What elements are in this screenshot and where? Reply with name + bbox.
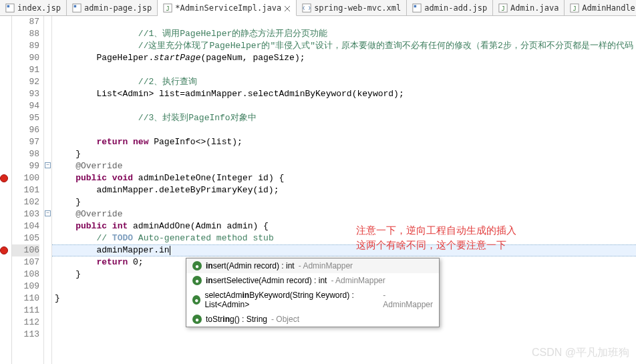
java-class-icon: J xyxy=(163,3,172,13)
line-number: 87 xyxy=(12,16,39,28)
fold-marker-icon[interactable]: – xyxy=(45,162,51,168)
java-class-icon: J xyxy=(498,3,508,13)
line-number: 111 xyxy=(12,305,39,317)
jsp-icon xyxy=(412,3,422,13)
tab-index-jsp[interactable]: index.jsp xyxy=(0,0,67,15)
method-icon: ● xyxy=(192,315,202,324)
code-line: return new PageInfo<>(list); xyxy=(52,136,636,148)
code-line: public void adminDeleteOne(Integer id) { xyxy=(52,172,636,184)
tab-adminserviceimpl-java[interactable]: J *AdminServiceImpl.java xyxy=(158,0,297,16)
jsp-icon xyxy=(72,3,82,13)
text-caret xyxy=(170,246,170,255)
autocomplete-item-selectadminbykeyword[interactable]: ● selectAdminByKeyword(String Keyword) :… xyxy=(186,288,439,312)
watermark: CSDN @平凡加班狗 xyxy=(532,346,629,360)
autocomplete-item-insertselective[interactable]: ● insertSelective(Admin record) : int - … xyxy=(186,273,439,288)
code-line: public int adminAddOne(Admin admin) { xyxy=(52,220,636,232)
tab-spring-web-mvc-xml[interactable]: spring-web-mvc.xml xyxy=(297,0,407,15)
code-line: } xyxy=(52,196,636,208)
code-line-current: adminMapper.in xyxy=(52,244,636,256)
line-number: 109 xyxy=(12,281,39,293)
xml-icon xyxy=(302,3,311,13)
autocomplete-text: insert(Admin record) : int xyxy=(206,261,295,270)
code-line xyxy=(52,124,636,136)
code-editor[interactable]: 87 88 89 90 91 92 93 94 95 96 97 98 99 1… xyxy=(0,16,636,364)
method-icon: ● xyxy=(192,295,200,305)
jsp-icon xyxy=(5,3,15,13)
line-number: 112 xyxy=(12,317,39,329)
code-line: //3、封装到PageInfo对象中 xyxy=(52,112,636,124)
autocomplete-popup[interactable]: ● insert(Admin record) : int - AdminMapp… xyxy=(186,258,440,327)
line-number: 90 xyxy=(12,52,39,64)
tab-label: index.jsp xyxy=(17,3,61,13)
java-class-icon: J xyxy=(570,3,579,13)
line-number-gutter: 87 88 89 90 91 92 93 94 95 96 97 98 99 1… xyxy=(12,16,44,364)
line-number: 98 xyxy=(12,148,39,160)
svg-text:J: J xyxy=(573,5,577,11)
tab-adminhandler[interactable]: J AdminHandler xyxy=(565,0,636,15)
svg-rect-3 xyxy=(74,5,77,7)
tab-label: spring-web-mvc.xml xyxy=(314,3,401,13)
close-icon[interactable] xyxy=(284,5,291,11)
method-icon: ● xyxy=(192,261,202,270)
svg-rect-1 xyxy=(7,5,10,7)
tab-admin-add-jsp[interactable]: admin-add.jsp xyxy=(407,0,493,15)
svg-text:J: J xyxy=(166,5,170,11)
svg-text:J: J xyxy=(501,5,504,11)
code-line xyxy=(52,16,636,28)
autocomplete-item-insert[interactable]: ● insert(Admin record) : int - AdminMapp… xyxy=(186,258,439,273)
tab-admin-page-jsp[interactable]: admin-page.jsp xyxy=(67,0,158,15)
tab-admin-java[interactable]: J Admin.java xyxy=(493,0,565,15)
fold-gutter: – – xyxy=(44,16,52,364)
tab-label: AdminHandler xyxy=(582,3,636,13)
line-number: 89 xyxy=(12,40,39,52)
line-number: 102 xyxy=(12,196,39,208)
line-number: 99 xyxy=(12,160,39,172)
editor-tabs: index.jsp admin-page.jsp J *AdminService… xyxy=(0,0,636,16)
tab-label: *AdminServiceImpl.java xyxy=(175,3,281,13)
autocomplete-source: - AdminMapper xyxy=(299,261,353,270)
line-number: 93 xyxy=(12,88,39,100)
code-line: List<Admin> list=adminMapper.selectAdmin… xyxy=(52,88,636,100)
line-number: 100 xyxy=(12,172,39,184)
line-number: 103 xyxy=(12,208,39,220)
tab-label: admin-page.jsp xyxy=(84,3,152,13)
code-line: @Override xyxy=(52,160,636,172)
code-line: PageHelper.startPage(pageNum, pageSize); xyxy=(52,52,636,64)
autocomplete-text: toString() : String xyxy=(206,315,267,324)
autocomplete-source: - Object xyxy=(271,315,299,324)
code-line: //这里充分体现了PageHelper的"非侵入式"设计，原本要做的查询不必有任… xyxy=(52,40,636,52)
svg-rect-10 xyxy=(414,5,417,7)
line-number: 97 xyxy=(12,136,39,148)
code-line: @Override xyxy=(52,208,636,220)
tab-label: Admin.java xyxy=(510,3,559,13)
code-area[interactable]: //1、调用PageHelper的静态方法开启分页功能 //这里充分体现了Pag… xyxy=(52,16,636,364)
line-number: 94 xyxy=(12,100,39,112)
fold-marker-icon[interactable]: – xyxy=(45,210,51,216)
svg-rect-8 xyxy=(303,3,311,11)
line-number: 104 xyxy=(12,220,39,232)
line-number: 101 xyxy=(12,184,39,196)
line-number: 105 xyxy=(12,232,39,244)
line-number: 113 xyxy=(12,329,39,341)
user-annotation: 注意一下，逆向工程自动生成的插入 这两个有啥不同，这个要注意一下 xyxy=(356,223,516,252)
code-line: //2、执行查询 xyxy=(52,76,636,88)
autocomplete-text: selectAdminByKeyword(String Keyword) : L… xyxy=(204,291,379,309)
line-number: 96 xyxy=(12,124,39,136)
line-number: 107 xyxy=(12,256,39,268)
code-line: } xyxy=(52,148,636,160)
tab-label: admin-add.jsp xyxy=(424,3,487,13)
method-icon: ● xyxy=(192,276,202,285)
autocomplete-source: - AdminMapper xyxy=(383,291,433,309)
line-number: 110 xyxy=(12,293,39,305)
autocomplete-item-tostring[interactable]: ● toString() : String - Object xyxy=(186,312,439,327)
annotation-ruler xyxy=(0,16,12,364)
line-number: 108 xyxy=(12,268,39,281)
line-number: 88 xyxy=(12,28,39,40)
autocomplete-source: - AdminMapper xyxy=(331,276,385,285)
code-line: //1、调用PageHelper的静态方法开启分页功能 xyxy=(52,28,636,40)
code-line xyxy=(52,100,636,112)
line-number: 106 xyxy=(12,244,39,256)
line-number: 92 xyxy=(12,76,39,88)
line-number: 91 xyxy=(12,64,39,76)
autocomplete-text: insertSelective(Admin record) : int xyxy=(206,276,327,285)
